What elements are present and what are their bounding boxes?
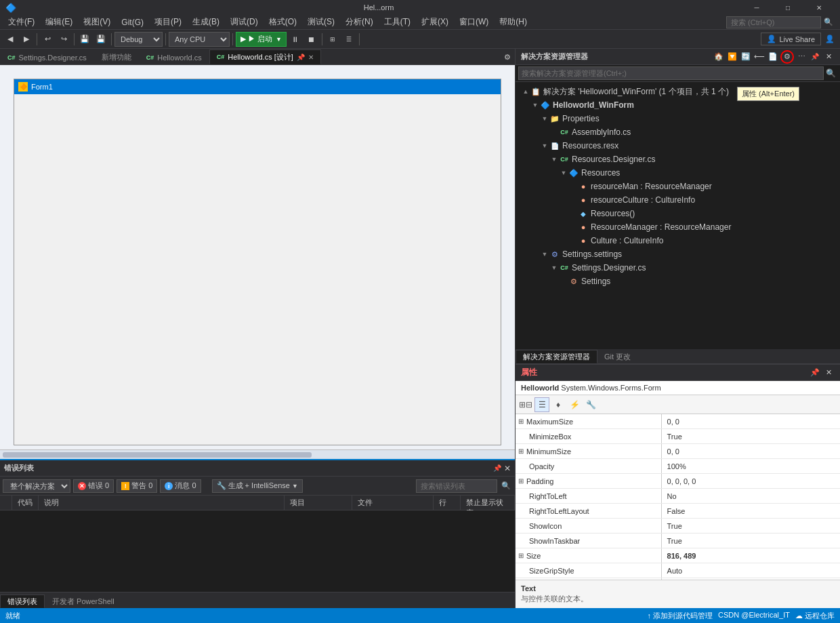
se-close[interactable]: ✕ [822,51,835,63]
run-dropdown-icon[interactable]: ▼ [276,36,282,43]
toolbar-forward[interactable]: ▶ [19,32,34,47]
error-count-badge[interactable]: ✕ 错误 0 [73,479,114,493]
prop-row-minimizebox[interactable]: MinimizeBox True [516,429,840,444]
props-pin[interactable]: 📌 [809,367,821,379]
tab-helloworld[interactable]: C# Helloworld.cs [139,49,209,64]
se-toolbar-props[interactable]: ⚙ [780,50,794,64]
prop-row-size[interactable]: Size 816, 489 [516,548,840,563]
build-filter-badge[interactable]: 🔧 生成 + IntelliSense ▼ [212,479,303,493]
se-toolbar-refresh[interactable]: 🔄 [740,51,752,63]
menu-edit[interactable]: 编辑(E) [40,15,78,29]
menu-build[interactable]: 生成(B) [187,15,225,29]
prop-row-maximumsize[interactable]: MaximumSize 0, 0 [516,414,840,429]
toolbar-saveall[interactable]: 💾 [93,32,108,47]
prop-row-padding[interactable]: Padding 0, 0, 0, 0 [516,474,840,489]
tree-item-properties[interactable]: ▼ 📁 Properties [516,112,840,125]
menu-view[interactable]: 视图(V) [78,15,116,29]
toolbar-back[interactable]: ◀ [3,32,18,47]
expand-0[interactable]: ▲ [521,88,530,95]
status-remote[interactable]: ☁ 远程仓库 [795,611,835,621]
global-search[interactable] [726,16,821,28]
prop-row-righttoleftlayout[interactable]: RightToLeftLayout False [516,504,840,519]
close-button[interactable]: ✕ [803,0,835,15]
tree-item-assemblyinfo[interactable]: C# AssemblyInfo.cs [516,125,840,139]
tab-close-4[interactable]: ✕ [308,54,314,61]
maximize-button[interactable]: □ [772,0,803,15]
toolbar-stop[interactable]: ⏹ [304,32,319,47]
tree-item-settings-class[interactable]: ⚙ Settings [516,275,840,288]
canvas-hscrollbar[interactable] [0,449,515,459]
debug-config-select[interactable]: Debug Release [114,32,163,47]
message-count-badge[interactable]: i 消息 0 [160,479,201,493]
props-btn-alpha[interactable]: ☰ [534,397,549,412]
tree-item-resourceman[interactable]: ● resourceMan : ResourceManager [516,180,840,193]
se-toolbar-more[interactable]: ⋯ [795,51,807,63]
error-search[interactable] [416,479,497,493]
tab-settings-btn[interactable]: ⚙ [500,49,515,64]
tree-item-resourcemanager[interactable]: ● ResourceManager : ResourceManager [516,220,840,234]
toolbar-save[interactable]: 💾 [77,32,92,47]
tab-new-features[interactable]: 新增功能 [94,49,139,64]
se-toolbar-showfiles[interactable]: 📄 [767,51,779,63]
tree-item-settings-settings[interactable]: ▼ ⚙ Settings.settings [516,247,840,261]
tree-item-culture[interactable]: ● Culture : CultureInfo [516,234,840,247]
props-btn-wrench[interactable]: 🔧 [583,397,598,412]
expand-5[interactable]: ▼ [549,156,559,163]
tab-pin-4[interactable]: 📌 [297,54,305,61]
menu-extensions[interactable]: 扩展(X) [416,15,454,29]
sol-tab-explorer[interactable]: 解决方案资源管理器 [516,350,597,363]
prop-row-showicon[interactable]: ShowIcon True [516,519,840,534]
tree-item-resources-resx[interactable]: ▼ 📄 Resources.resx [516,139,840,153]
props-close[interactable]: ✕ [822,367,835,379]
toolbar-account[interactable]: 👤 [822,32,837,47]
se-toolbar-home[interactable]: 🏠 [713,51,725,63]
warning-count-badge[interactable]: ! 警告 0 [117,479,157,493]
menu-file[interactable]: 文件(F) [3,15,40,29]
prop-row-sizegripstyle[interactable]: SizeGripStyle Auto [516,563,840,578]
expand-12[interactable]: ▼ [540,251,549,258]
error-search-btn[interactable]: 🔍 [500,480,512,492]
se-toolbar-filter[interactable]: 🔽 [726,51,738,63]
toolbar-pause[interactable]: ⏸ [288,32,303,47]
menu-project[interactable]: 项目(P) [149,15,187,29]
sol-tab-git[interactable]: Git 更改 [597,350,637,363]
pin-icon[interactable]: 📌 [493,464,501,472]
tab-helloworld-designer[interactable]: C# Helloworld.cs [设计] 📌 ✕ [209,49,321,64]
se-toolbar-collapse[interactable]: ⟵ [753,51,765,63]
start-button[interactable]: ▶ ▶ 启动 ▼ [236,32,287,47]
bottom-tab-powershell[interactable]: 开发者 PowerShell [45,595,122,608]
prop-row-opacity[interactable]: Opacity 100% [516,459,840,474]
se-pin[interactable]: 📌 [809,51,821,63]
build-dropdown-icon[interactable]: ▼ [292,483,298,489]
toolbar-misc1[interactable]: ⊞ [325,32,340,47]
menu-test[interactable]: 测试(S) [302,15,340,29]
expand-1[interactable]: ▼ [530,102,540,108]
prop-row-showintaskbar[interactable]: ShowInTaskbar True [516,534,840,548]
toolbar-undo[interactable]: ↩ [40,32,55,47]
live-share-button[interactable]: 👤 Live Share [761,33,821,45]
props-btn-category[interactable]: ⊞⊟ [518,397,533,412]
tree-item-resourceculture[interactable]: ● resourceCulture : CultureInfo [516,193,840,207]
tab-settings-designer[interactable]: C# Settings.Designer.cs [0,49,94,64]
minimize-button[interactable]: ─ [741,0,772,15]
platform-select[interactable]: Any CPU x86 x64 [169,32,230,47]
status-source-control[interactable]: ↑ 添加到源代码管理 [647,611,713,621]
toolbar-misc2[interactable]: ☰ [341,32,356,47]
menu-git[interactable]: Git(G) [116,16,149,28]
scope-select[interactable]: 整个解决方案 [3,479,70,493]
bottom-tab-errors[interactable]: 错误列表 [0,595,45,608]
menu-window[interactable]: 窗口(W) [454,15,494,29]
solution-search-input[interactable] [518,66,824,80]
expand-6[interactable]: ▼ [559,169,568,176]
props-btn-events[interactable]: ♦ [551,397,566,412]
prop-row-righttoleft[interactable]: RightToLeft No [516,489,840,504]
prop-row-minimumsize[interactable]: MinimumSize 0, 0 [516,444,840,459]
designer-canvas[interactable]: 🔶 Form1 [0,65,515,459]
menu-analyze[interactable]: 分析(N) [340,15,379,29]
tree-item-resources-folder[interactable]: ▼ 🔷 Resources [516,166,840,180]
expand-13[interactable]: ▼ [549,264,559,271]
solution-search-icon[interactable]: 🔍 [824,66,837,80]
tree-item-resources-method[interactable]: ◆ Resources() [516,207,840,220]
menu-debug[interactable]: 调试(D) [225,15,264,29]
tree-item-resources-designer[interactable]: ▼ C# Resources.Designer.cs [516,153,840,166]
